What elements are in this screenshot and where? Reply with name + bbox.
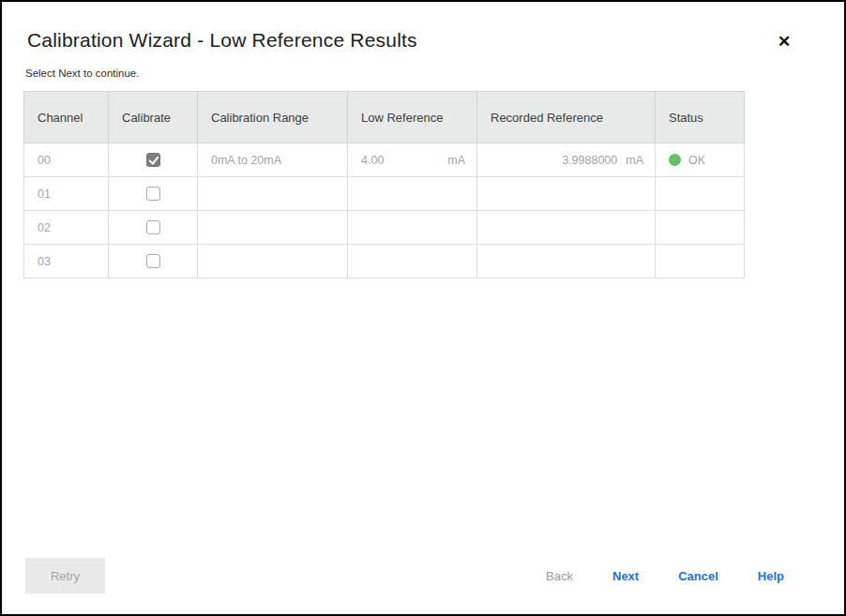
calibrate-cell — [109, 143, 198, 177]
low-reference-cell — [348, 211, 477, 245]
column-header-calibration-range: Calibration Range — [198, 92, 348, 143]
column-header-calibrate: Calibrate — [109, 92, 198, 143]
calibrate-cell — [109, 177, 198, 211]
column-header-recorded-reference: Recorded Reference — [477, 92, 656, 143]
table-header-row: Channel Calibrate Calibration Range Low … — [24, 92, 745, 143]
help-button[interactable]: Help — [758, 569, 784, 583]
recorded-reference-unit: mA — [626, 154, 643, 167]
next-button[interactable]: Next — [612, 569, 639, 583]
channel-cell: 02 — [24, 211, 109, 245]
recorded-reference-cell: 3.9988000mA — [477, 143, 656, 177]
table-row: 00 0mA to 20mA 4.00 mA 3.9988000mA OK — [24, 143, 745, 177]
status-cell — [656, 211, 745, 245]
calibration-results-table: Channel Calibrate Calibration Range Low … — [23, 91, 745, 278]
calibrate-cell — [109, 245, 198, 278]
retry-button[interactable]: Retry — [25, 558, 105, 593]
column-header-channel: Channel — [24, 92, 109, 143]
status-cell — [656, 177, 745, 211]
calibration-range-cell — [198, 177, 348, 211]
recorded-reference-cell — [477, 211, 656, 245]
calibration-wizard-dialog: { "window": { "title": "Calibration Wiza… — [0, 0, 846, 616]
status-cell: OK — [656, 143, 745, 177]
column-header-low-reference: Low Reference — [348, 92, 477, 143]
calibration-range-cell — [198, 245, 348, 278]
table-row: 03 — [24, 245, 745, 278]
cancel-button[interactable]: Cancel — [678, 569, 718, 583]
recorded-reference-cell — [477, 245, 656, 278]
table-row: 01 — [24, 177, 745, 211]
channel-cell: 00 — [24, 143, 109, 177]
status-cell — [656, 245, 745, 278]
calibration-range-cell: 0mA to 20mA — [198, 143, 348, 177]
page-title: Calibration Wizard - Low Reference Resul… — [27, 29, 417, 52]
column-header-status: Status — [656, 92, 745, 143]
calibration-range-cell — [198, 211, 348, 245]
back-button[interactable]: Back — [546, 569, 573, 583]
recorded-reference-cell — [477, 177, 656, 211]
calibrate-checkbox[interactable] — [146, 153, 160, 167]
low-reference-value: 4.00 — [361, 154, 384, 167]
low-reference-cell — [348, 177, 477, 211]
recorded-reference-value: 3.9988000 — [562, 154, 617, 167]
channel-cell: 03 — [24, 245, 109, 278]
low-reference-unit: mA — [447, 154, 465, 167]
calibrate-checkbox[interactable] — [146, 187, 160, 201]
low-reference-cell: 4.00 mA — [348, 143, 477, 177]
close-icon[interactable]: ✕ — [773, 31, 795, 53]
calibrate-cell — [109, 211, 198, 245]
calibrate-checkbox[interactable] — [146, 220, 160, 234]
low-reference-cell — [348, 245, 477, 278]
status-ok-icon — [669, 154, 681, 166]
wizard-nav-buttons: Back Next Cancel Help — [546, 558, 784, 593]
table-row: 02 — [24, 211, 745, 245]
status-label: OK — [688, 154, 705, 167]
channel-cell: 01 — [24, 177, 109, 211]
instruction-text: Select Next to continue. — [25, 68, 139, 79]
calibrate-checkbox[interactable] — [146, 254, 160, 268]
